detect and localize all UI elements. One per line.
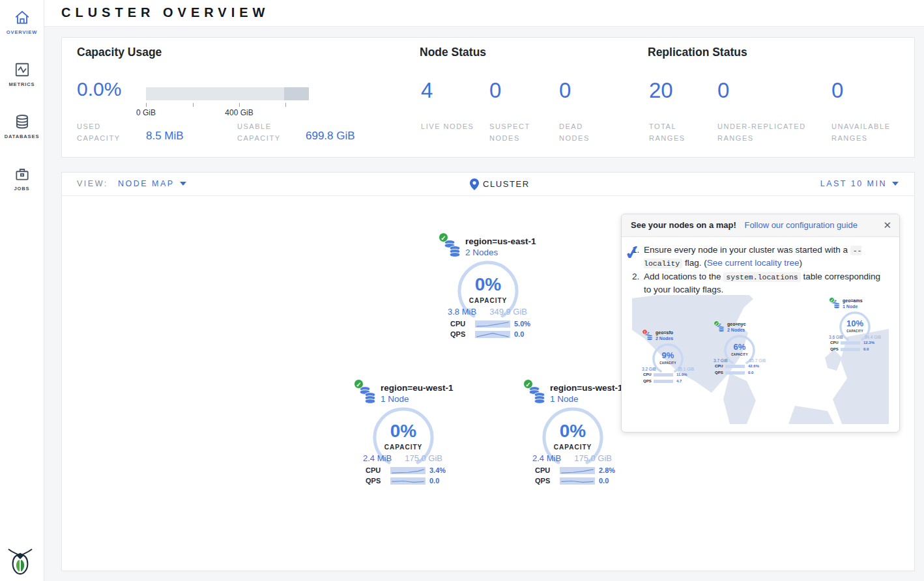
node-map-config-popup: See your nodes on a map! Follow our conf… xyxy=(621,214,900,432)
titlebar: CLUSTER OVERVIEW xyxy=(44,0,924,27)
cpu-sparkline xyxy=(560,467,595,474)
status-ok-icon: ✓ xyxy=(354,379,364,389)
close-icon[interactable]: ✕ xyxy=(883,220,891,231)
example-map-thumbnail: ! geo=sfo 2 Nodes 9% CAPACITY 3.2 GiB 35… xyxy=(632,295,889,424)
cockroachdb-logo xyxy=(7,546,34,576)
node-count: 1 Node xyxy=(550,394,579,404)
region-label: region=eu-west-1 xyxy=(381,383,453,393)
cpu-sparkline xyxy=(475,320,510,328)
live-nodes-value: 4 xyxy=(421,78,433,103)
total-ranges-value: 20 xyxy=(649,78,673,103)
qps-label: QPS xyxy=(450,330,465,338)
chevron-down-icon xyxy=(892,182,899,186)
sidebar-item-databases[interactable]: DATABASES xyxy=(0,104,44,156)
qps-sparkline xyxy=(725,371,745,375)
node-count: 2 Nodes xyxy=(727,328,745,332)
capacity-tick-0: 0 GiB xyxy=(123,108,169,117)
sidebar-item-jobs[interactable]: JOBS xyxy=(0,156,44,208)
qps-value: 0.0 xyxy=(599,477,609,485)
qps-sparkline xyxy=(560,477,595,485)
status-ok-icon: ✓ xyxy=(714,320,719,326)
sidebar-item-label: DATABASES xyxy=(5,134,40,139)
view-selector[interactable]: NODE MAP xyxy=(118,179,186,188)
capacity-percent: 0% xyxy=(372,421,435,442)
node-count: 1 Node xyxy=(843,304,858,309)
sidebar: OVERVIEW METRICS DATABASES JOBS xyxy=(0,0,44,581)
total-capacity: 175.0 GiB xyxy=(405,453,442,463)
node-status-title: Node Status xyxy=(420,46,486,59)
capacity-bar-reserved xyxy=(284,87,309,100)
qps-sparkline xyxy=(841,348,860,351)
used-capacity-value: 8.5 MiB xyxy=(146,130,184,143)
total-capacity: 349.9 GiB xyxy=(489,307,527,317)
popup-step-2: 2. Add locations to the system.locations… xyxy=(632,270,889,296)
qps-sparkline xyxy=(475,331,510,338)
region-label: geo=nyc xyxy=(727,322,746,326)
region-label: geo=sfo xyxy=(656,330,673,335)
cluster-summary-panel: Capacity Usage 0.0% 0 GiB 400 GiB USED C… xyxy=(61,37,915,158)
cpu-value: 2.8% xyxy=(599,466,615,474)
used-capacity: 2.4 MiB xyxy=(532,453,561,463)
qps-value: 0.0 xyxy=(429,477,439,485)
capacity-percent: 0% xyxy=(457,274,519,295)
capacity-caption: CAPACITY xyxy=(457,297,519,304)
sidebar-item-label: JOBS xyxy=(14,186,29,191)
dead-nodes-value: 0 xyxy=(559,78,571,103)
node-map-panel: VIEW: NODE MAP CLUSTER LAST 10 MIN ✓ reg… xyxy=(61,172,915,571)
sidebar-item-metrics[interactable]: METRICS xyxy=(0,52,44,104)
chevron-down-icon xyxy=(180,182,186,186)
sidebar-item-label: METRICS xyxy=(8,81,35,87)
total-capacity: 175.0 GiB xyxy=(574,453,612,463)
cpu-sparkline xyxy=(725,365,745,368)
usable-capacity-label: USABLE CAPACITY xyxy=(237,121,299,144)
check-icon: ✓ xyxy=(623,238,642,268)
cpu-label: CPU xyxy=(366,466,381,474)
qps-label: QPS xyxy=(366,477,381,485)
under-replicated-value: 0 xyxy=(717,78,729,103)
cpu-value: 5.0% xyxy=(514,320,530,328)
cpu-sparkline xyxy=(654,373,673,376)
suspect-nodes-value: 0 xyxy=(489,78,501,103)
capacity-percent: 0.0% xyxy=(77,78,121,100)
qps-sparkline xyxy=(390,477,426,485)
suspect-nodes-label: SUSPECT NODES xyxy=(489,121,545,144)
configuration-guide-link[interactable]: Follow our configuration guide xyxy=(744,220,857,230)
total-ranges-label: TOTAL RANGES xyxy=(649,121,708,144)
sidebar-item-overview[interactable]: OVERVIEW xyxy=(0,0,44,52)
home-icon xyxy=(14,9,31,26)
status-warning-icon: ! xyxy=(642,329,648,335)
popup-title: See your nodes on a map! xyxy=(631,220,736,230)
breadcrumb[interactable]: CLUSTER xyxy=(483,179,530,189)
region-label: region=us-west-1 xyxy=(550,383,622,393)
view-label: VIEW: xyxy=(77,179,108,188)
under-replicated-label: UNDER-REPLICATED RANGES xyxy=(717,121,822,144)
dead-nodes-label: DEAD NODES xyxy=(559,121,614,144)
locality-tree-link[interactable]: See current locality tree xyxy=(707,258,800,268)
capacity-percent: 0% xyxy=(541,421,604,442)
time-range-selector[interactable]: LAST 10 MIN xyxy=(820,179,899,188)
status-ok-icon: ✓ xyxy=(829,297,835,303)
used-capacity: 2.4 MiB xyxy=(363,453,392,463)
replication-status-title: Replication Status xyxy=(648,46,747,59)
capacity-caption: CAPACITY xyxy=(372,444,435,451)
capacity-tick-400: 400 GiB xyxy=(216,108,262,117)
status-ok-icon: ✓ xyxy=(523,379,533,389)
sidebar-item-label: OVERVIEW xyxy=(7,29,38,35)
live-nodes-label: LIVE NODES xyxy=(421,121,476,133)
qps-label: QPS xyxy=(535,477,550,485)
usable-capacity-value: 699.8 GiB xyxy=(306,130,355,143)
view-bar: VIEW: NODE MAP CLUSTER LAST 10 MIN xyxy=(62,173,914,196)
status-ok-icon: ✓ xyxy=(439,233,448,242)
region-label: region=us-east-1 xyxy=(465,236,536,246)
qps-sparkline xyxy=(654,380,673,383)
map-pin-icon xyxy=(470,178,479,190)
popup-step-1: 1. Ensure every node in your cluster was… xyxy=(632,244,889,269)
page-title: CLUSTER OVERVIEW xyxy=(61,5,269,20)
used-capacity: 3.8 MiB xyxy=(448,307,476,317)
cpu-label: CPU xyxy=(450,320,465,328)
capacity-bar xyxy=(146,87,309,100)
cpu-value: 3.4% xyxy=(429,466,446,474)
capacity-usage-title: Capacity Usage xyxy=(77,46,162,59)
briefcase-icon xyxy=(14,165,31,182)
used-capacity-label: USED CAPACITY xyxy=(77,121,139,144)
